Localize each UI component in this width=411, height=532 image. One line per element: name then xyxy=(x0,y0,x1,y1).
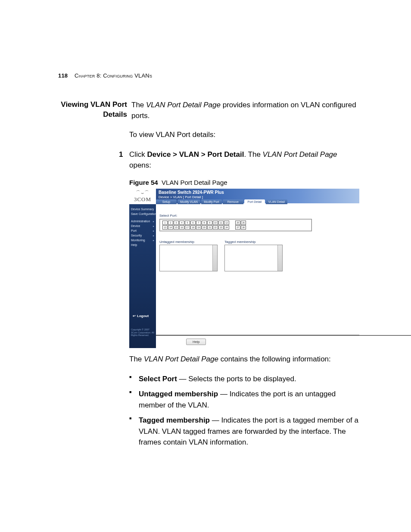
figure-image: ⌒⌣⌒ 3COM Baseline Switch 2924-PWR Plus D… xyxy=(129,189,359,348)
port-23[interactable]: 23 xyxy=(218,225,224,230)
list-item: Select Port — Selects the ports to be di… xyxy=(129,373,359,385)
page-name-emphasis: VLAN Port Detail Page xyxy=(144,355,218,363)
port-11[interactable]: 11 xyxy=(218,221,224,225)
tab-modify-port[interactable]: Modify Port xyxy=(201,199,222,204)
port-5[interactable]: 5 xyxy=(185,221,190,225)
bottom-bar: Help xyxy=(156,335,359,347)
tab-port-detail[interactable]: Port Detail xyxy=(244,199,265,204)
text: The xyxy=(131,101,146,109)
port-25[interactable]: 25 xyxy=(235,221,240,225)
chapter-title: Chapter 8: Configuring VLANs xyxy=(75,72,152,79)
port-14[interactable]: 14 xyxy=(168,225,173,230)
port-20[interactable]: 20 xyxy=(202,225,207,230)
text: opens: xyxy=(129,161,151,169)
sidebar-item-administration[interactable]: Administration xyxy=(131,219,154,224)
intro-paragraph: The VLAN Port Detail Page provides infor… xyxy=(131,100,359,121)
text: contains the following information: xyxy=(218,355,331,363)
breadcrumb: Device > VLAN [ Port Detail ] xyxy=(159,195,357,199)
port-grid-25-28: 25 26 27 28 xyxy=(235,221,246,230)
post-figure-paragraph: The VLAN Port Detail Page contains the f… xyxy=(129,354,359,365)
field-term: Tagged membership xyxy=(139,416,210,424)
sidebar-item-device-summary[interactable]: Device Summary xyxy=(131,207,154,212)
section-heading: Viewing VLAN Port Details xyxy=(58,100,131,120)
sidebar-item-port[interactable]: Port xyxy=(131,228,154,233)
page-name-emphasis: VLAN Port Detail Page xyxy=(263,150,337,159)
port-26[interactable]: 26 xyxy=(241,221,246,225)
port-28[interactable]: 28 xyxy=(241,225,246,230)
tab-modify-vlan[interactable]: Modify VLAN xyxy=(177,199,200,204)
port-1[interactable]: 1 xyxy=(162,221,168,225)
vendor-logo: ⌒⌣⌒ 3COM xyxy=(130,190,155,204)
lead-in: To view VLAN Port details: xyxy=(129,130,359,140)
port-8[interactable]: 8 xyxy=(202,221,207,225)
text: Click xyxy=(129,150,147,159)
help-button[interactable]: Help xyxy=(186,339,206,345)
port-21[interactable]: 21 xyxy=(207,225,212,230)
sidebar-item-monitoring[interactable]: Monitoring xyxy=(131,238,154,243)
sidebar-item-save-config[interactable]: Save Configuration xyxy=(131,212,154,216)
step-1: 1 Click Device > VLAN > Port Detail. The… xyxy=(129,149,359,171)
field-term: Select Port xyxy=(139,375,177,383)
port-6[interactable]: 6 xyxy=(190,221,196,225)
text: The xyxy=(129,355,144,363)
port-grid-1-12: 1 2 3 4 5 6 7 8 9 10 11 xyxy=(162,221,229,230)
sidebar: Device Summary Save Configuration Admini… xyxy=(129,204,156,348)
field-term: Untagged membership xyxy=(139,390,218,398)
port-17[interactable]: 17 xyxy=(185,225,190,230)
menu-path: Device > VLAN > Port Detail xyxy=(147,150,244,159)
running-header: 118 Chapter 8: Configuring VLANs xyxy=(58,72,152,79)
sidebar-item-security[interactable]: Security xyxy=(131,233,154,238)
section-heading-line2: Details xyxy=(103,110,127,118)
section-heading-line1: Viewing VLAN Port xyxy=(61,100,127,109)
figure-caption: Figure 54 VLAN Port Detail Page xyxy=(129,179,359,186)
tagged-label: Tagged membership xyxy=(224,240,283,244)
port-24[interactable]: 24 xyxy=(224,225,229,230)
port-selector: 1 2 3 4 5 6 7 8 9 10 11 xyxy=(159,219,312,231)
tab-setup[interactable]: Setup xyxy=(156,199,177,204)
port-18[interactable]: 18 xyxy=(190,225,196,230)
product-title: Baseline Switch 2924-PWR Plus xyxy=(159,190,357,195)
port-22[interactable]: 22 xyxy=(213,225,218,230)
untagged-listbox[interactable] xyxy=(159,245,218,271)
list-item: Untagged membership — Indicates the port… xyxy=(129,389,359,411)
port-4[interactable]: 4 xyxy=(179,221,184,225)
page-number: 118 xyxy=(58,72,68,79)
port-2[interactable]: 2 xyxy=(168,221,173,225)
port-10[interactable]: 10 xyxy=(213,221,218,225)
figure-label: Figure 54 xyxy=(129,179,158,186)
field-desc: — Selects the ports to be displayed. xyxy=(177,375,296,383)
figure-title: VLAN Port Detail Page xyxy=(162,179,227,186)
text: . The xyxy=(244,150,262,159)
port-9[interactable]: 9 xyxy=(207,221,212,225)
tab-remove[interactable]: Remove xyxy=(223,199,243,204)
logout-button[interactable]: Logout xyxy=(133,314,149,318)
port-7[interactable]: 7 xyxy=(196,221,201,225)
list-item: Tagged membership — Indicates the port i… xyxy=(129,415,359,448)
step-number: 1 xyxy=(119,149,123,160)
field-list: Select Port — Selects the ports to be di… xyxy=(129,373,359,448)
logo-mark-icon: ⌒⌣⌒ xyxy=(130,190,155,196)
vendor-name: 3COM xyxy=(130,196,155,203)
content-area: Select Port: 1 2 3 4 5 6 7 8 xyxy=(156,205,359,336)
port-15[interactable]: 15 xyxy=(174,225,179,230)
tab-bar: Setup Modify VLAN Modify Port Remove Por… xyxy=(156,199,287,204)
page-name-emphasis: VLAN Port Detail Page xyxy=(146,101,221,109)
port-12[interactable]: 12 xyxy=(224,221,229,225)
copyright-text: Copyright © 2007 3Com Corporation. All R… xyxy=(131,328,154,337)
sidebar-item-help[interactable]: Help xyxy=(131,243,154,247)
tagged-listbox[interactable] xyxy=(224,245,283,271)
port-19[interactable]: 19 xyxy=(196,225,201,230)
port-3[interactable]: 3 xyxy=(174,221,179,225)
port-13[interactable]: 13 xyxy=(162,225,168,230)
page: 118 Chapter 8: Configuring VLANs Viewing… xyxy=(0,0,411,532)
tab-vlan-detail[interactable]: VLAN Detail xyxy=(266,199,287,204)
port-27[interactable]: 27 xyxy=(235,225,240,230)
port-16[interactable]: 16 xyxy=(179,225,184,230)
select-port-label: Select Port: xyxy=(159,214,356,218)
untagged-label: Untagged membership xyxy=(159,240,218,244)
sidebar-item-device[interactable]: Device xyxy=(131,224,154,228)
